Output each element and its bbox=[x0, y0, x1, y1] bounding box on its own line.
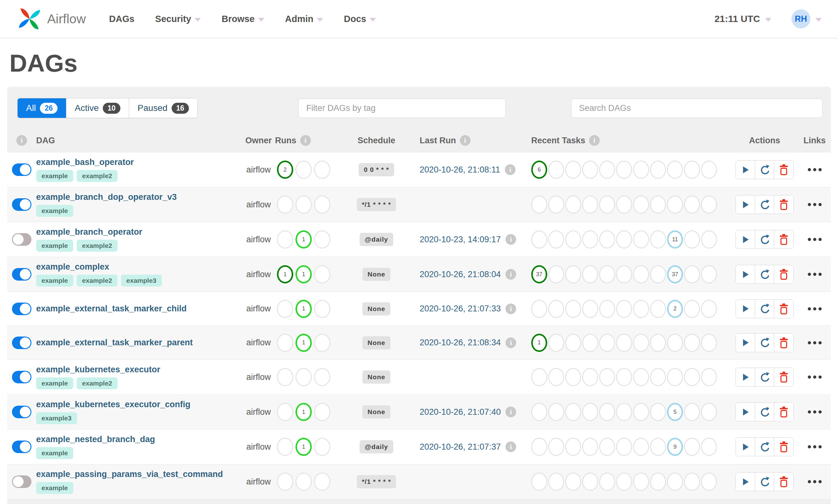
task-state-circle[interactable] bbox=[633, 195, 649, 214]
task-state-circle[interactable] bbox=[633, 161, 649, 179]
task-state-circle[interactable] bbox=[565, 195, 581, 214]
chevron-down-icon[interactable] bbox=[765, 18, 771, 22]
dag-tag[interactable]: example bbox=[36, 377, 73, 389]
nav-item-security[interactable]: Security bbox=[155, 14, 201, 24]
trigger-dag-button[interactable] bbox=[736, 161, 755, 179]
task-state-circle[interactable] bbox=[548, 265, 564, 284]
task-state-circle[interactable] bbox=[582, 195, 598, 214]
task-state-circle[interactable] bbox=[684, 195, 700, 214]
task-state-circle[interactable] bbox=[616, 300, 632, 318]
col-header-recent-tasks[interactable]: Recent Tasks bbox=[531, 136, 585, 145]
trigger-dag-button[interactable] bbox=[736, 300, 755, 318]
dag-pause-toggle[interactable] bbox=[12, 337, 32, 349]
task-state-circle[interactable] bbox=[701, 161, 717, 179]
run-state-circle[interactable] bbox=[277, 195, 293, 214]
task-state-circle[interactable] bbox=[582, 403, 598, 421]
dag-pause-toggle[interactable] bbox=[12, 268, 32, 281]
trigger-dag-button[interactable] bbox=[736, 403, 755, 421]
task-state-circle[interactable] bbox=[531, 403, 547, 421]
task-state-circle[interactable]: 6 bbox=[531, 161, 547, 179]
dag-links-menu[interactable] bbox=[798, 464, 831, 499]
task-state-circle[interactable] bbox=[548, 334, 564, 352]
task-state-circle[interactable] bbox=[565, 265, 581, 284]
task-state-circle[interactable] bbox=[548, 300, 564, 318]
task-state-circle[interactable] bbox=[650, 334, 666, 352]
dag-name-link[interactable]: example_kubernetes_executor bbox=[36, 365, 242, 375]
last-run-link[interactable]: 2020-10-26, 21:07:33 bbox=[420, 304, 501, 313]
task-state-circle[interactable] bbox=[616, 195, 632, 214]
last-run-link[interactable]: 2020-10-26, 21:07:40 bbox=[420, 407, 501, 417]
task-state-circle[interactable] bbox=[684, 265, 700, 284]
trigger-dag-button[interactable] bbox=[736, 368, 755, 386]
refresh-dag-button[interactable] bbox=[755, 161, 774, 179]
task-state-circle[interactable]: 5 bbox=[667, 403, 683, 421]
dag-tag[interactable]: example bbox=[36, 275, 73, 287]
delete-dag-button[interactable] bbox=[774, 300, 794, 318]
refresh-dag-button[interactable] bbox=[755, 195, 774, 214]
task-state-circle[interactable] bbox=[582, 368, 598, 386]
task-state-circle[interactable] bbox=[684, 472, 700, 491]
task-state-circle[interactable] bbox=[701, 230, 717, 249]
run-state-circle[interactable] bbox=[296, 161, 312, 179]
dag-pause-toggle[interactable] bbox=[12, 163, 32, 176]
run-state-circle[interactable] bbox=[314, 195, 331, 214]
task-state-circle[interactable] bbox=[684, 368, 700, 386]
task-state-circle[interactable] bbox=[616, 334, 632, 352]
nav-item-browse[interactable]: Browse bbox=[221, 14, 264, 24]
info-icon[interactable]: i bbox=[505, 269, 516, 280]
task-state-circle[interactable] bbox=[701, 195, 717, 214]
run-state-circle[interactable] bbox=[296, 368, 312, 386]
delete-dag-button[interactable] bbox=[774, 334, 794, 352]
delete-dag-button[interactable] bbox=[774, 438, 794, 456]
task-state-circle[interactable] bbox=[599, 472, 615, 491]
last-run-link[interactable]: 2020-10-26, 21:08:04 bbox=[420, 270, 501, 279]
run-state-circle[interactable] bbox=[314, 300, 331, 318]
run-state-circle[interactable]: 1 bbox=[277, 265, 293, 284]
run-state-circle[interactable] bbox=[314, 334, 331, 352]
task-state-circle[interactable] bbox=[650, 265, 666, 284]
dag-links-menu[interactable] bbox=[798, 395, 831, 429]
utc-clock[interactable]: 21:11 UTC bbox=[714, 14, 760, 24]
task-state-circle[interactable] bbox=[633, 438, 649, 456]
run-state-circle[interactable] bbox=[277, 368, 293, 386]
dag-tag[interactable]: example2 bbox=[77, 377, 118, 389]
refresh-dag-button[interactable] bbox=[755, 334, 774, 352]
search-dags-input[interactable] bbox=[571, 98, 823, 118]
dag-pause-toggle[interactable] bbox=[12, 475, 32, 488]
info-icon[interactable]: i bbox=[505, 164, 516, 175]
run-state-circle[interactable] bbox=[277, 472, 293, 491]
tab-paused[interactable]: Paused 16 bbox=[129, 98, 198, 118]
dag-name-link[interactable]: example_kubernetes_executor_config bbox=[36, 400, 242, 410]
run-state-circle[interactable]: 2 bbox=[277, 161, 293, 179]
run-state-circle[interactable] bbox=[314, 438, 331, 456]
airflow-logo-icon[interactable] bbox=[15, 4, 44, 33]
run-state-circle[interactable] bbox=[277, 334, 293, 352]
delete-dag-button[interactable] bbox=[774, 265, 794, 284]
task-state-circle[interactable] bbox=[531, 300, 547, 318]
trigger-dag-button[interactable] bbox=[736, 472, 755, 491]
refresh-dag-button[interactable] bbox=[755, 472, 774, 491]
dag-tag[interactable]: example bbox=[36, 170, 73, 182]
run-state-circle[interactable] bbox=[314, 403, 331, 421]
task-state-circle[interactable] bbox=[548, 161, 564, 179]
task-state-circle[interactable] bbox=[684, 438, 700, 456]
dag-links-menu[interactable] bbox=[798, 360, 831, 394]
task-state-circle[interactable] bbox=[616, 161, 632, 179]
run-state-circle[interactable] bbox=[314, 368, 331, 386]
task-state-circle[interactable] bbox=[701, 472, 717, 491]
task-state-circle[interactable] bbox=[582, 334, 598, 352]
dag-pause-toggle[interactable] bbox=[12, 371, 32, 383]
dag-name-link[interactable]: example_bash_operator bbox=[36, 158, 242, 167]
col-header-schedule[interactable]: Schedule bbox=[357, 136, 395, 145]
dag-tag[interactable]: example bbox=[36, 447, 73, 459]
task-state-circle[interactable] bbox=[650, 195, 666, 214]
task-state-circle[interactable] bbox=[531, 472, 547, 491]
dag-links-menu[interactable] bbox=[798, 152, 831, 187]
dag-tag[interactable]: example2 bbox=[77, 240, 118, 252]
task-state-circle[interactable] bbox=[684, 230, 700, 249]
task-state-circle[interactable] bbox=[582, 161, 598, 179]
dag-pause-toggle[interactable] bbox=[12, 303, 32, 315]
info-icon[interactable]: i bbox=[505, 304, 516, 314]
task-state-circle[interactable] bbox=[565, 161, 581, 179]
task-state-circle[interactable] bbox=[616, 265, 632, 284]
